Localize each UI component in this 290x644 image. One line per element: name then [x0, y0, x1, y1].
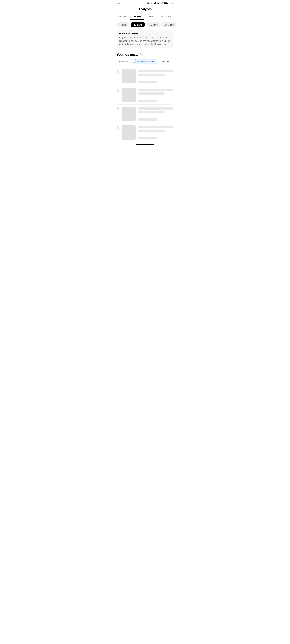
signal-icon-2	[157, 2, 160, 4]
home-bar	[136, 144, 154, 145]
svg-rect-7	[157, 3, 158, 4]
battery-dot	[172, 3, 173, 4]
notice-close-button[interactable]: ×	[170, 32, 171, 34]
skeleton-line	[138, 126, 174, 128]
date-pill-7days[interactable]: 7 days	[116, 22, 129, 27]
filter-most-likes[interactable]: Most likes	[159, 59, 174, 64]
tab-content[interactable]: Content	[130, 13, 144, 20]
back-button[interactable]: ←	[117, 7, 120, 11]
section-header: Your top posts ℹ	[116, 53, 174, 56]
skeleton-item-4	[116, 123, 174, 142]
mute-icon	[150, 2, 153, 4]
wifi-icon	[160, 2, 163, 4]
svg-point-11	[162, 4, 162, 4]
svg-rect-4	[154, 3, 154, 4]
status-time: 9:47	[117, 2, 122, 4]
skeleton-line	[138, 70, 174, 72]
skeleton-line	[138, 89, 174, 91]
section-title: Your top posts	[116, 53, 138, 56]
post-filters: Most views Most new viewers Most likes	[116, 59, 174, 64]
status-bar: 9:47 🎥	[114, 0, 176, 6]
skeleton-thumb-3	[122, 107, 136, 121]
battery-percentage: 97%	[168, 2, 172, 4]
svg-rect-13	[164, 3, 167, 4]
date-pill-60days[interactable]: 60 days	[146, 22, 160, 27]
skeleton-line	[138, 118, 158, 120]
tab-viewers[interactable]: Viewers	[144, 13, 158, 20]
svg-rect-10	[159, 2, 159, 4]
skeleton-thumb-4	[122, 126, 136, 140]
skeleton-line	[138, 137, 158, 139]
skeleton-rank-4	[116, 126, 119, 129]
skeleton-line	[138, 111, 165, 113]
filter-most-views[interactable]: Most views	[116, 59, 133, 64]
skeleton-line	[138, 100, 158, 102]
svg-rect-5	[155, 2, 155, 4]
skeleton-item-2	[116, 86, 174, 104]
page-title: Analytics	[138, 8, 152, 11]
info-icon[interactable]: ℹ	[140, 53, 143, 56]
skeleton-rank-1	[116, 70, 119, 73]
skeleton-thumb-1	[122, 69, 136, 84]
tab-overview[interactable]: Overview	[114, 13, 130, 20]
tab-live[interactable]: LIVE	[174, 13, 176, 20]
status-icons: 🎥	[147, 2, 173, 4]
date-pill-28days[interactable]: 28 days	[131, 22, 145, 27]
notice-banner: Update to "Posts" As part of our recent …	[116, 30, 174, 48]
page-header: ← Analytics	[114, 6, 176, 13]
tab-followers[interactable]: Followers	[158, 13, 174, 20]
skeleton-rank-3	[116, 108, 119, 110]
svg-rect-3	[154, 3, 154, 4]
skeleton-content-3	[138, 107, 174, 120]
home-indicator	[114, 142, 176, 146]
skeleton-item-3	[116, 104, 174, 123]
skeleton-thumb-2	[122, 88, 136, 102]
svg-rect-6	[156, 2, 156, 4]
filter-most-new-viewers[interactable]: Most new viewers	[134, 59, 157, 64]
skeleton-line	[138, 92, 165, 95]
notice-body: As part of our recent updates to improve…	[119, 36, 171, 46]
skeleton-line	[138, 130, 165, 132]
date-pill-365days[interactable]: 365 days	[162, 22, 176, 27]
skeleton-list	[116, 67, 174, 142]
date-filters: 7 days 28 days 60 days 365 days Cu…	[114, 20, 176, 30]
skeleton-content-1	[138, 69, 174, 83]
notice-title: Update to "Posts"	[119, 32, 171, 35]
skeleton-content-4	[138, 126, 174, 139]
top-posts-section: Your top posts ℹ Most views Most new vie…	[114, 51, 176, 142]
skeleton-item-1	[116, 67, 174, 86]
skeleton-rank-2	[116, 89, 119, 92]
tabs-container: Overview Content Viewers Followers LIVE	[114, 13, 176, 20]
battery-icon: 97%	[164, 2, 173, 4]
svg-rect-9	[158, 2, 158, 4]
skeleton-line	[138, 108, 174, 110]
signal-icon-1	[154, 2, 156, 4]
svg-rect-14	[167, 3, 168, 4]
svg-rect-8	[158, 3, 158, 4]
camera-icon: 🎥	[147, 2, 150, 4]
skeleton-content-2	[138, 88, 174, 102]
skeleton-line	[138, 81, 158, 83]
skeleton-line	[138, 74, 165, 76]
